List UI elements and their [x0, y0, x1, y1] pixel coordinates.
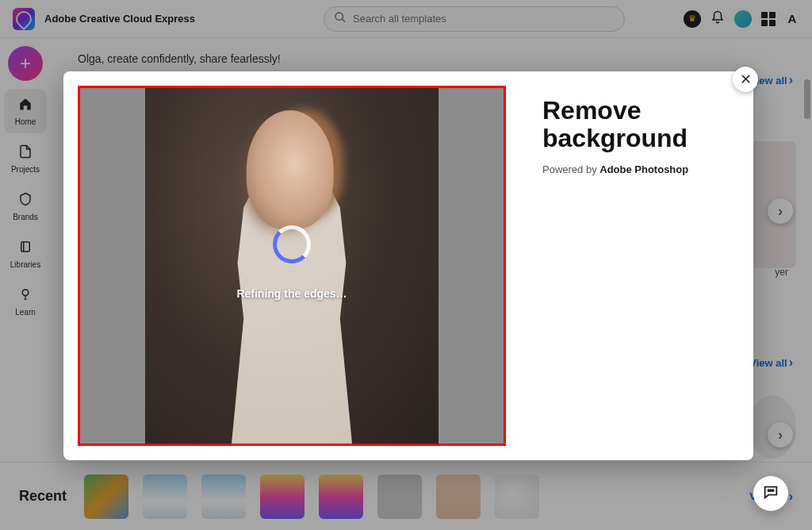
modal-subtitle-brand: Adobe Photoshop — [599, 163, 688, 175]
chat-icon — [762, 483, 779, 504]
image-subject-head — [247, 110, 334, 229]
modal-title: Remove background — [542, 97, 731, 152]
help-chat-button[interactable] — [753, 476, 788, 511]
remove-background-modal: ✕ Refining the edges… Remove background … — [63, 71, 753, 460]
svg-point-2 — [768, 490, 769, 491]
modal-image-frame: Refining the edges… — [78, 86, 506, 446]
modal-info-panel: Remove background Powered by Adobe Photo… — [520, 71, 753, 460]
loading-spinner-icon — [273, 225, 311, 263]
svg-point-4 — [772, 490, 774, 491]
modal-subtitle: Powered by Adobe Photoshop — [542, 163, 731, 175]
modal-subtitle-prefix: Powered by — [542, 163, 599, 175]
spinner-status-text: Refining the edges… — [236, 287, 347, 300]
svg-point-3 — [770, 490, 772, 491]
processing-image: Refining the edges… — [145, 88, 439, 444]
close-icon: ✕ — [740, 71, 752, 88]
modal-close-button[interactable]: ✕ — [733, 67, 758, 92]
